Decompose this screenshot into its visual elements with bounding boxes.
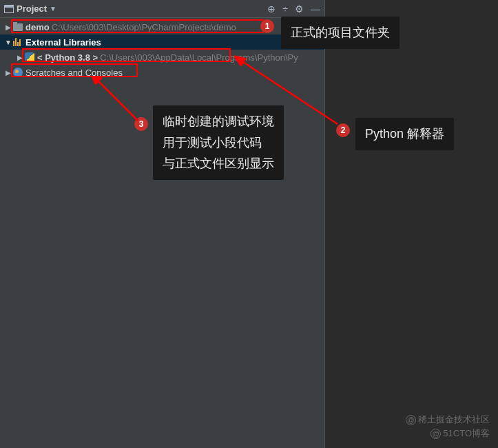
expand-arrow-icon[interactable]: ▶: [3, 69, 13, 77]
watermark-icon: @: [406, 415, 416, 425]
annotation-text-3-line2: 用于测试小段代码: [163, 132, 274, 154]
collapse-all-icon[interactable]: ÷: [282, 3, 288, 14]
annotation-box-3: 临时创建的调试环境 用于测试小段代码 与正式文件区别显示: [153, 105, 284, 180]
project-title: Project: [17, 3, 47, 14]
project-tree: ▶ demo C:\Users\003\Desktop\PyCharmProje…: [0, 18, 324, 80]
tree-row-demo[interactable]: ▶ demo C:\Users\003\Desktop\PyCharmProje…: [0, 19, 324, 34]
python-interpreter-name: < Python 3.8 >: [37, 52, 98, 63]
expand-arrow-down-icon[interactable]: ▼: [3, 39, 13, 46]
editor-empty-area: [325, 0, 498, 448]
annotation-badge-1: 1: [260, 19, 274, 33]
demo-folder-path: C:\Users\003\Desktop\PyCharmProjects\dem…: [52, 22, 236, 32]
expand-arrow-icon[interactable]: ▶: [3, 23, 13, 31]
project-window-icon: [4, 5, 14, 13]
annotation-text-3-line3: 与正式文件区别显示: [163, 153, 274, 174]
annotation-badge-3: 3: [134, 117, 148, 131]
watermark-icon: @: [430, 429, 441, 439]
watermark-1: @稀土掘金技术社区: [406, 414, 490, 426]
project-header: Project ▼ ⊕ ÷ ⚙ —: [0, 0, 324, 18]
project-sidebar: Project ▼ ⊕ ÷ ⚙ — ▶ demo C:\Users\003\De…: [0, 0, 325, 448]
watermark-2: @51CTO博客: [430, 427, 490, 440]
library-icon: [13, 38, 23, 46]
python-interpreter-path: C:\Users\003\AppData\Local\Programs\Pyth…: [100, 52, 298, 63]
select-opened-file-icon[interactable]: ⊕: [267, 3, 276, 14]
annotation-box-2: Python 解释器: [355, 118, 454, 150]
settings-gear-icon[interactable]: ⚙: [295, 3, 304, 14]
hide-panel-icon[interactable]: —: [311, 3, 320, 14]
annotation-text-3-line1: 临时创建的调试环境: [163, 111, 274, 132]
python-icon: [25, 52, 34, 62]
tree-row-external-libraries[interactable]: ▼ External Libraries: [0, 34, 324, 50]
annotation-text-1: 正式的项目文件夹: [291, 26, 390, 39]
annotation-badge-2: 2: [336, 123, 350, 137]
scratches-label: Scratches and Consoles: [25, 68, 123, 78]
folder-icon: [13, 23, 23, 31]
demo-folder-name: demo: [25, 22, 50, 32]
annotation-text-2: Python 解释器: [365, 127, 444, 141]
scratches-icon: [13, 68, 23, 77]
tree-row-python[interactable]: ▶ < Python 3.8 > C:\Users\003\AppData\Lo…: [0, 50, 324, 65]
external-libraries-label: External Libraries: [25, 37, 101, 48]
tree-row-scratches[interactable]: ▶ Scratches and Consoles: [0, 65, 324, 80]
expand-arrow-icon[interactable]: ▶: [15, 54, 25, 61]
annotation-box-1: 正式的项目文件夹: [281, 17, 400, 49]
project-dropdown-arrow[interactable]: ▼: [50, 5, 56, 12]
